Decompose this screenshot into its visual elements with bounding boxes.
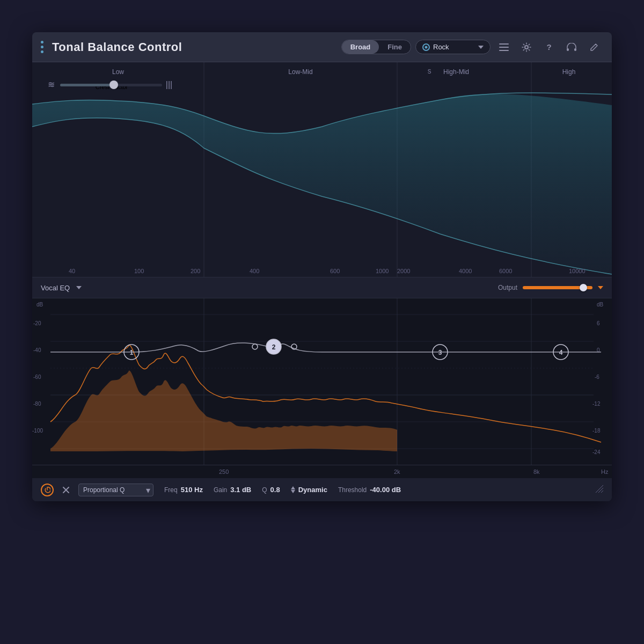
eq-filter-label: Vocal EQ [41,284,70,292]
svg-text:-6: -6 [595,374,599,380]
q-value: 0.8 [270,486,280,494]
svg-text:-80: -80 [33,401,41,407]
svg-text:2000: 2000 [397,268,410,274]
svg-text:200: 200 [191,268,200,274]
dynamic-arrows [291,486,295,493]
svg-text:8k: 8k [533,469,540,475]
svg-text:3: 3 [438,349,442,356]
svg-text:≋: ≋ [48,80,55,89]
freq-label: Freq [164,486,178,494]
close-icon [62,486,70,494]
svg-line-74 [601,491,603,493]
headphone-icon [567,43,576,52]
threshold-value: -40.00 dB [370,486,401,494]
svg-text:dB: dB [597,302,604,308]
dynamic-label: Dynamic [298,486,327,494]
svg-text:-100: -100 [32,428,43,434]
output-slider-thumb [580,284,587,291]
svg-rect-65 [32,465,612,478]
q-label: Q [262,486,267,494]
svg-text:|||: ||| [166,80,172,89]
eq-display: dB -20 -40 -60 -80 -100 dB 6 0 -6 -12 -1… [32,298,612,465]
eq-toolbar: Vocal EQ Output [32,277,612,298]
svg-text:4: 4 [559,349,563,356]
help-icon: ? [546,42,551,52]
power-button[interactable] [41,484,54,496]
svg-text:-12: -12 [592,401,601,407]
settings-icon [522,42,531,52]
gain-value: 3.1 dB [230,486,251,494]
menu-icon [499,43,509,51]
plugin-container: Tonal Balance Control Broad Fine Rock [32,32,612,501]
threshold-label: Threshold [338,486,367,494]
svg-text:-18: -18 [592,428,601,434]
resize-icon [596,485,603,493]
svg-text:600: 600 [330,268,340,274]
svg-point-19 [109,80,118,89]
svg-text:-60: -60 [33,374,41,380]
settings-button[interactable] [517,38,536,56]
svg-rect-1 [499,47,509,48]
pen-icon [590,43,598,52]
arrow-up-icon[interactable] [291,486,295,489]
output-slider[interactable] [523,286,592,289]
output-label: Output [498,284,517,291]
eq-dropdown-arrow [76,286,82,289]
header-controls: Broad Fine Rock [341,38,603,56]
eq-preset-dropdown[interactable]: Vocal EQ [41,284,82,292]
svg-text:High: High [562,68,576,76]
svg-text:1000: 1000 [376,268,389,274]
broad-button[interactable]: Broad [342,40,379,54]
svg-text:6: 6 [597,320,600,326]
fine-button[interactable]: Fine [379,40,411,54]
help-button[interactable]: ? [540,38,558,56]
bottom-bar: Proportional Q Freq 510 Hz Gain 3.1 dB Q… [32,478,612,501]
svg-line-73 [598,488,603,493]
preset-name: Rock [433,43,449,51]
dynamic-control: Dynamic [291,486,327,494]
svg-text:2k: 2k [394,469,400,475]
arrow-down-icon[interactable] [291,490,295,493]
svg-rect-0 [499,43,509,45]
freq-value: 510 Hz [181,486,203,494]
svg-text:40: 40 [69,268,75,274]
spectrum-area: Low Low-Mid High-Mid High S Crest Factor… [32,62,612,277]
menu-button[interactable] [495,38,513,56]
header: Tonal Balance Control Broad Fine Rock [32,32,612,62]
freq-axis-eq: 250 2k 8k Hz [32,465,612,478]
plugin-title: Tonal Balance Control [52,40,341,54]
svg-text:-40: -40 [33,347,41,353]
svg-text:Low: Low [112,68,124,76]
svg-rect-4 [567,48,569,51]
output-dropdown-arrow[interactable] [598,286,603,289]
svg-text:Hz: Hz [601,469,609,475]
svg-text:10000: 10000 [569,268,586,274]
svg-text:S: S [428,69,431,75]
filter-type-wrapper[interactable]: Proportional Q [78,484,153,496]
close-button[interactable] [60,484,72,496]
freq-axis-svg: 250 2k 8k Hz [32,465,612,478]
threshold-group: Threshold -40.00 dB [338,486,401,494]
drag-handle[interactable] [41,41,43,53]
svg-text:250: 250 [219,469,229,475]
eq-svg: dB -20 -40 -60 -80 -100 dB 6 0 -6 -12 -1… [32,298,612,465]
broad-fine-toggle: Broad Fine [341,40,411,54]
svg-text:2: 2 [272,343,276,351]
headphone-button[interactable] [562,38,581,56]
svg-rect-18 [60,84,114,86]
svg-text:6000: 6000 [499,268,512,274]
filter-type-select[interactable]: Proportional Q [78,484,153,496]
pen-button[interactable] [585,38,603,56]
output-control: Output [498,284,603,291]
svg-text:dB: dB [36,302,43,308]
gain-param-group: Gain 3.1 dB [214,486,251,494]
chevron-down-icon [478,46,484,49]
resize-handle[interactable] [596,485,603,495]
svg-rect-5 [574,48,576,51]
target-icon [422,43,430,51]
preset-dropdown[interactable]: Rock [415,40,491,54]
svg-text:Low-Mid: Low-Mid [288,68,312,76]
svg-text:-20: -20 [33,320,41,326]
q-param-group: Q 0.8 [262,486,280,494]
svg-text:4000: 4000 [459,268,472,274]
